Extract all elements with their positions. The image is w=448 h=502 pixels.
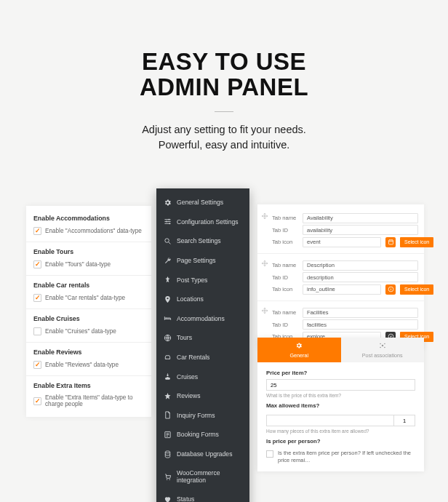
enable-checkbox-label: Enable "Accommodations" data-type	[45, 228, 142, 234]
tab-id-input[interactable]	[303, 319, 418, 330]
sidebar-item-woocommerce-integration[interactable]: WooCommerce integration	[156, 463, 249, 490]
enable-checkbox[interactable]	[33, 294, 41, 302]
tab-name-input[interactable]	[303, 308, 418, 318]
price-panel-body: Price per item? What is the price of thi…	[257, 362, 424, 471]
tab-name-input[interactable]	[303, 213, 418, 223]
svg-rect-12	[388, 240, 393, 244]
sidebar-item-accommodations[interactable]: Accommodations	[156, 309, 249, 329]
sidebar-item-label: Tours	[177, 334, 192, 341]
tab-name-input[interactable]	[303, 260, 418, 271]
hero-title-line1: EASY TO USE	[142, 48, 306, 75]
tab-id-input[interactable]	[303, 225, 418, 235]
tab-id-row: Tab ID	[272, 272, 418, 282]
tab-id-label: Tab ID	[272, 322, 298, 328]
enable-checkbox[interactable]	[33, 327, 41, 335]
hero-title: EASY TO USE ADMIN PANEL	[0, 49, 448, 100]
car-icon	[164, 354, 172, 362]
form-icon	[164, 431, 172, 439]
sidebar-item-status[interactable]: Status	[156, 490, 249, 502]
enable-checkbox[interactable]	[33, 227, 41, 235]
drag-handle-icon[interactable]	[261, 212, 268, 220]
pin-icon	[164, 276, 172, 284]
tab-name-label: Tab name	[272, 262, 298, 268]
svg-point-0	[168, 219, 169, 220]
sidebar-item-general-settings[interactable]: General Settings	[156, 193, 249, 212]
sidebar-item-cruises[interactable]: Cruises	[156, 367, 249, 386]
heart-icon	[164, 495, 172, 502]
sidebar-item-label: Inquiry Forms	[177, 412, 215, 419]
admin-sidebar-menu: General SettingsConfiguration SettingsSe…	[156, 188, 249, 502]
search-icon	[164, 237, 172, 245]
sidebar-item-car-rentals[interactable]: Car Rentals	[156, 348, 249, 367]
drag-handle-icon[interactable]	[261, 307, 268, 314]
enable-group: Enable AccommodationsEnable "Accommodati…	[26, 209, 151, 242]
gear-icon	[164, 199, 172, 207]
tab-icon-input[interactable]	[303, 237, 381, 247]
per-person-checkbox[interactable]	[266, 450, 273, 458]
enable-checkbox-row: Enable "Accommodations" data-type	[33, 227, 144, 235]
tab-id-label: Tab ID	[272, 227, 298, 234]
tab-icon-input[interactable]	[303, 284, 381, 295]
hero-sub-line2: Powerful, easy and intuitive.	[159, 139, 290, 151]
enable-checkbox[interactable]	[33, 361, 41, 369]
hero-sub-line1: Adjust any setting to fit your needs.	[142, 124, 306, 135]
sidebar-item-label: Page Settings	[177, 257, 216, 264]
tab-post-associations[interactable]: Post associations	[341, 338, 425, 362]
sidebar-item-label: WooCommerce integration	[177, 469, 242, 484]
enable-datatypes-panel: Enable AccommodationsEnable "Accommodati…	[26, 206, 151, 417]
enable-group: Enable ReviewsEnable "Reviews" data-type	[26, 343, 151, 376]
sidebar-item-inquiry-forms[interactable]: Inquiry Forms	[156, 406, 249, 426]
enable-checkbox[interactable]	[33, 397, 41, 405]
max-items-slider-track[interactable]	[266, 415, 393, 426]
tab-name-row: Tab name	[272, 308, 418, 318]
sidebar-item-page-settings[interactable]: Page Settings	[156, 251, 249, 271]
hero-title-line2: ADMIN PANEL	[140, 73, 308, 100]
sidebar-item-label: Booking Forms	[177, 431, 219, 438]
tab-card: Tab nameTab IDTab iconSelect icon	[257, 207, 424, 254]
sidebar-item-label: Locations	[177, 295, 204, 303]
price-per-item-input[interactable]	[266, 379, 415, 391]
globe-icon	[164, 334, 172, 342]
enable-checkbox[interactable]	[33, 260, 41, 268]
info-icon	[385, 284, 396, 295]
wrench-icon	[164, 257, 172, 265]
sidebar-item-locations[interactable]: Locations	[156, 290, 249, 309]
drag-handle-icon[interactable]	[261, 260, 268, 267]
tab-name-row: Tab name	[272, 260, 418, 271]
sidebar-item-label: Status	[177, 495, 194, 502]
enable-group: Enable Extra ItemsEnable "Extra Items" d…	[26, 376, 151, 414]
max-items-value[interactable]	[393, 415, 415, 426]
sidebar-item-label: Car Rentals	[177, 354, 209, 361]
max-items-label: Max allowed items?	[266, 402, 415, 409]
svg-point-10	[167, 479, 167, 479]
tab-id-label: Tab ID	[272, 274, 298, 281]
svg-point-1	[166, 221, 167, 223]
star-icon	[164, 392, 172, 400]
price-settings-panel: General Post associations Price per item…	[257, 338, 424, 471]
sidebar-item-tours[interactable]: Tours	[156, 328, 249, 348]
cart-icon	[164, 473, 172, 481]
sidebar-item-post-types[interactable]: Post Types	[156, 270, 249, 290]
sidebar-item-reviews[interactable]: Reviews	[156, 386, 249, 406]
sidebar-item-booking-forms[interactable]: Booking Forms	[156, 425, 249, 445]
svg-point-4	[165, 318, 166, 319]
svg-point-2	[169, 223, 170, 225]
sidebar-item-label: Post Types	[177, 276, 207, 284]
sidebar-item-database-upgrades[interactable]: Database Upgrades	[156, 445, 249, 464]
enable-group: Enable Car rentalsEnable "Car rentals" d…	[26, 276, 151, 309]
tab-id-input[interactable]	[303, 272, 418, 282]
bed-icon	[164, 314, 172, 322]
enable-group: Enable CruisesEnable "Cruises" data-type	[26, 309, 151, 343]
sidebar-item-label: General Settings	[177, 199, 223, 206]
sidebar-item-label: Configuration Settings	[177, 218, 239, 226]
enable-group-title: Enable Reviews	[33, 348, 144, 356]
select-icon-button[interactable]: Select icon	[400, 284, 433, 295]
sidebar-item-search-settings[interactable]: Search Settings	[156, 231, 249, 251]
svg-point-18	[384, 343, 385, 344]
select-icon-button[interactable]: Select icon	[400, 237, 433, 247]
svg-point-6	[166, 358, 167, 359]
price-panel-tabs: General Post associations	[257, 338, 424, 362]
tab-general[interactable]: General	[257, 338, 341, 362]
tab-card: Tab nameTab IDTab iconSelect icon	[257, 254, 424, 301]
sidebar-item-configuration-settings[interactable]: Configuration Settings	[156, 212, 249, 232]
